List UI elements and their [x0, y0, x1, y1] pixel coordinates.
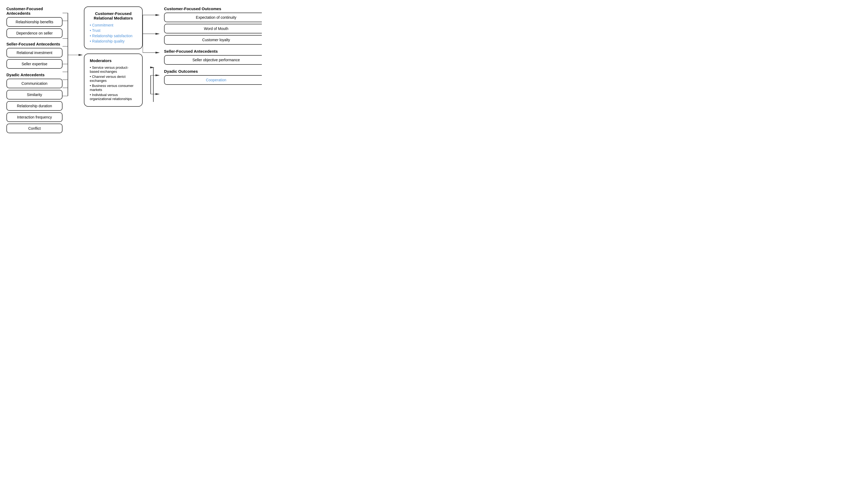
customer-antecedents-heading: Customer-Focused Antecedents: [6, 6, 63, 16]
mediator-item-commitment: Commitment: [90, 23, 137, 27]
center-column: Customer-Focused Relational Mediators Co…: [84, 6, 143, 107]
cooperation-box: Cooperation: [164, 75, 262, 85]
mediator-item-trust: Trust: [90, 28, 137, 33]
relationship-duration-box: Relationship duration: [6, 101, 63, 111]
left-column: Customer-Focused Antecedents Relashionsh…: [6, 6, 63, 135]
diagram-wrapper: Customer-Focused Antecedents Relashionsh…: [6, 6, 262, 135]
right-column: Customer-Focused Outcomes Expectation of…: [164, 6, 262, 86]
word-of-mouth-box: Word of Mouth: [164, 24, 262, 33]
mediator-item-satisfaction: Relationship satisfaction: [90, 34, 137, 38]
seller-focused-outcomes-heading: Seller-Focused Antecedents: [164, 49, 262, 54]
mediator-title: Customer-Focused Relational Mediators: [90, 11, 137, 20]
moderator-title: Moderators: [90, 58, 137, 63]
moderator-box: Moderators Service versus product-based …: [84, 54, 143, 107]
dyadic-antecedents-heading: Dyadic Antecedents: [6, 73, 63, 77]
center-arrows-svg: [143, 6, 164, 135]
mediator-box: Customer-Focused Relational Mediators Co…: [84, 6, 143, 49]
seller-expertise-box: Seller expertise: [6, 59, 63, 69]
moderator-item-1: Service versus product-based exchanges: [90, 65, 137, 74]
seller-objective-performance-box: Seller objective performance: [164, 55, 262, 65]
conflict-box: Conflict: [6, 123, 63, 133]
communication-box: Communication: [6, 79, 63, 88]
mediator-item-quality: Ralationship quality: [90, 39, 137, 43]
dyadic-outcomes-heading: Dyadic Outcomes: [164, 69, 262, 74]
mediator-list: Commitment Trust Relationship satisfacti…: [90, 23, 137, 43]
seller-antecedents-heading: Seller-Focused Antecedents: [6, 42, 63, 46]
expectation-continuity-box: Expectation of continuity: [164, 12, 262, 22]
dependence-on-seller-box: Dependence on seller: [6, 28, 63, 38]
moderator-item-3: Business versus consumer markets: [90, 84, 137, 92]
similarity-box: Similarity: [6, 90, 63, 99]
customer-outcomes-heading: Customer-Focused Outcomes: [164, 6, 262, 11]
left-arrows-svg: [63, 6, 84, 135]
relationship-benefits-box: Relashionship benefits: [6, 17, 63, 27]
moderator-item-2: Channel versus derict exchanges: [90, 75, 137, 83]
customer-loyalty-box: Customer loyalty: [164, 35, 262, 45]
relational-investment-box: Relational investment: [6, 48, 63, 58]
center-arrows-area: [143, 6, 164, 135]
moderator-list: Service versus product-based exchanges C…: [90, 65, 137, 101]
moderator-item-4: Individual versus organizational relatio…: [90, 93, 137, 101]
interaction-frequency-box: Interaction frequency: [6, 112, 63, 122]
left-arrows-area: [63, 6, 84, 135]
